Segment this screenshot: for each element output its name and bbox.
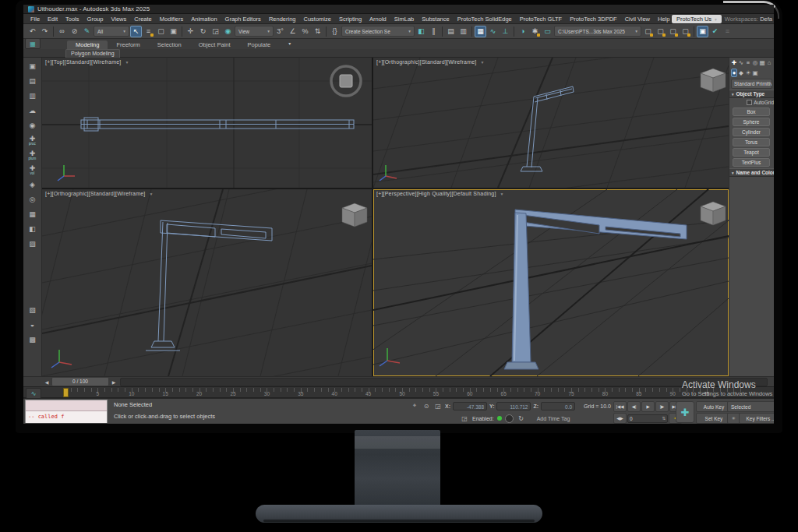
object-type-rollout[interactable]: ▾Object Type <box>729 90 774 98</box>
ribbon-tab[interactable]: Selection <box>149 41 190 49</box>
modify-tab-icon[interactable]: ∿ <box>738 58 744 67</box>
snaps-toggle-icon[interactable]: 3° <box>274 26 286 37</box>
menu-item[interactable]: Edit <box>44 16 62 23</box>
menu-item[interactable]: Animation <box>187 16 221 23</box>
align-icon[interactable]: ∥ <box>428 26 440 37</box>
state-sets-icon[interactable]: ✔ <box>709 26 721 37</box>
enabled-toggle[interactable] <box>505 414 514 423</box>
bind-to-space-warp-icon[interactable]: ✎ <box>81 26 93 37</box>
material-editor-icon[interactable]: ◑ <box>517 26 528 37</box>
viewport-filter-icon[interactable]: ▼ <box>125 60 129 65</box>
macro-recorder-row[interactable] <box>26 400 107 411</box>
viewport-perspective[interactable]: [+][Perspective][High Quality][Default S… <box>373 189 729 376</box>
object-type-button[interactable]: Cylinder <box>733 128 770 136</box>
curve-editor-icon[interactable]: ∿ <box>487 26 499 37</box>
menu-item[interactable]: Civil View <box>621 16 654 23</box>
reference-coordinate-dropdown[interactable]: View▾ <box>235 26 274 37</box>
mesh-tool-icon[interactable]: ▩ <box>25 333 40 347</box>
name-and-color-rollout[interactable]: ▾Name and Color <box>729 168 774 177</box>
vol-icon[interactable]: ✚vol <box>25 163 40 177</box>
render-setup-icon[interactable]: ✱ <box>529 26 541 37</box>
menu-item[interactable]: Help <box>654 16 673 23</box>
project-folder-dropdown[interactable]: C:\Users\PTS...3ds Max 2025▾ <box>554 26 641 37</box>
menu-item[interactable]: Modifiers <box>156 16 187 23</box>
hatch-icon[interactable]: ▨ <box>25 237 40 251</box>
menu-item[interactable]: Arnold <box>365 16 390 23</box>
scene-export-icon[interactable]: ▥ <box>25 89 40 103</box>
percent-snap-icon[interactable]: % <box>299 26 311 37</box>
viewport-label[interactable]: [+][Orthographic][Standard][Wireframe] <box>376 59 476 65</box>
grayed-tool-icon[interactable]: ≡ <box>722 26 733 37</box>
render-iterative-icon[interactable]: ▢ <box>655 26 666 37</box>
menu-item[interactable]: File <box>26 16 44 23</box>
lights-category-icon[interactable]: ☀ <box>745 69 751 77</box>
viewport-orthographic-top[interactable]: [+][Orthographic][Standard][Wireframe]▼ <box>373 58 729 188</box>
track-bar-ruler[interactable]: 5101520253035404550556065707580859095 <box>59 387 745 399</box>
ribbon-panel-label[interactable]: Polygon Modeling <box>65 49 120 58</box>
select-and-rotate-icon[interactable]: ↻ <box>197 26 209 37</box>
key-filters-button[interactable]: Key Filters ... <box>739 413 774 424</box>
frame-step-buttons[interactable]: ◀▶ <box>613 413 627 424</box>
mirror-icon[interactable]: ◧ <box>415 26 427 37</box>
hierarchy-tab-icon[interactable]: ≡ <box>745 58 751 67</box>
ribbon-tab[interactable]: Populate <box>239 41 280 49</box>
activeshade-icon[interactable]: ▣ <box>697 26 708 37</box>
schematic-view-icon[interactable]: ⊥ <box>500 26 511 37</box>
time-slider-next-icon[interactable]: ▶ <box>111 379 117 385</box>
viewport-label[interactable]: [+][Perspective][High Quality][Default S… <box>376 191 496 196</box>
utilities-tab-icon[interactable]: ⌂ <box>766 58 772 67</box>
spinner-icon[interactable]: ⇅ <box>662 416 666 421</box>
mirror-tool-icon[interactable]: ◈ <box>25 178 40 192</box>
menu-item[interactable]: Group <box>83 16 108 23</box>
ribbon-minimize-icon[interactable]: ▾ <box>284 37 295 49</box>
viewport-filter-icon[interactable]: ▼ <box>500 192 504 196</box>
toggle-layer-explorer-icon[interactable]: ▥ <box>457 26 469 37</box>
menu-item[interactable]: Substance <box>418 16 453 23</box>
menu-item[interactable]: Tools <box>62 16 83 23</box>
ribbon-tab[interactable]: Modeling <box>67 41 108 49</box>
menu-item[interactable]: Scripting <box>335 16 365 23</box>
maxscript-mini-listener[interactable]: -- called f <box>25 400 108 423</box>
z-coordinate-field[interactable]: 0.0 <box>541 402 575 410</box>
select-object-icon[interactable]: ↖ <box>130 26 142 37</box>
edit-named-selection-sets-icon[interactable]: {} <box>329 26 341 37</box>
set-keys-button[interactable]: ✚ <box>676 401 694 423</box>
viewport-filter-icon[interactable]: ▼ <box>480 60 484 65</box>
display-tab-icon[interactable]: ▦ <box>759 58 765 67</box>
diag-icon[interactable]: ▧ <box>25 303 40 317</box>
selection-filter-dropdown[interactable]: All▾ <box>94 26 129 37</box>
next-key-button[interactable]: |▶ <box>655 401 669 412</box>
viewport-label[interactable]: [+][Orthographic][Standard][Wireframe] <box>45 191 145 196</box>
sphere-tool-icon[interactable]: ◒ <box>25 318 40 332</box>
ribbon-config-icon[interactable]: ▦ <box>25 38 41 49</box>
redo-icon[interactable]: ↷ <box>39 26 51 37</box>
select-and-scale-icon[interactable]: ◲ <box>210 26 221 37</box>
render-production-icon[interactable]: ▢ <box>642 26 654 37</box>
time-slider-value[interactable]: 0 / 100 <box>51 377 109 386</box>
menu-item[interactable]: Graph Editors <box>221 16 265 23</box>
rectangular-selection-region-icon[interactable]: ▢ <box>155 26 167 37</box>
menu-item[interactable]: Create <box>130 16 156 23</box>
listener-row[interactable]: -- called f <box>26 411 107 423</box>
x-coordinate-field[interactable]: -47.388 <box>453 402 487 410</box>
object-type-button[interactable]: Sphere <box>733 118 770 126</box>
toggle-ribbon-icon[interactable]: ▦ <box>475 26 486 37</box>
undo-icon[interactable]: ↶ <box>26 26 38 37</box>
add-time-tag[interactable]: Add Time Tag <box>537 416 570 421</box>
select-and-link-icon[interactable]: ∞ <box>56 26 68 37</box>
viewport-orthographic-bottom[interactable]: [+][Orthographic][Standard][Wireframe]▼ <box>42 189 372 376</box>
viewport-canvas-ortho-bottom[interactable] <box>42 189 372 376</box>
ribbon-tab[interactable]: Object Paint <box>190 41 239 49</box>
target-icon[interactable]: ◎ <box>25 192 40 206</box>
unlink-selection-icon[interactable]: ⊘ <box>69 26 80 37</box>
rendered-frame-window-icon[interactable]: ▭ <box>542 26 553 37</box>
shapes-category-icon[interactable]: ◆ <box>738 69 744 77</box>
selection-set-key-dropdown[interactable]: Selected▾ <box>727 401 774 412</box>
transform-typein-icon[interactable]: ◲ <box>433 401 443 410</box>
viewport-label[interactable]: [+][Top][Standard][Wireframe] <box>45 59 121 65</box>
select-and-place-icon[interactable]: ◉ <box>222 26 234 37</box>
object-type-button[interactable]: Torus <box>733 138 770 146</box>
selection-lock-icon[interactable]: ⊙ <box>422 401 431 410</box>
workspace-button[interactable]: ProtoTech Us▾ <box>672 15 722 23</box>
menu-item[interactable]: ProtoTech 3DPDF <box>566 16 620 23</box>
